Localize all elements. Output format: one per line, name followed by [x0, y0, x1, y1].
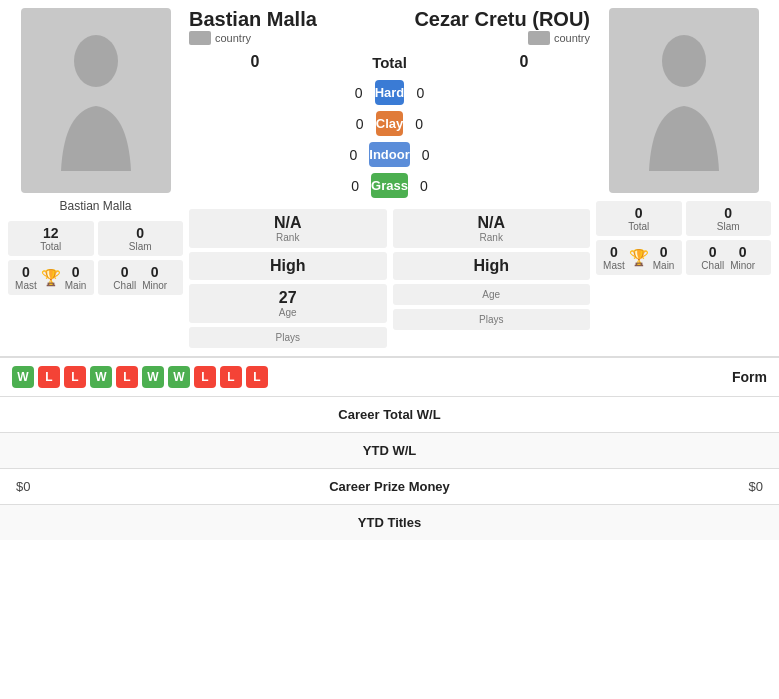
clay-right-val: 0: [407, 116, 431, 132]
right-mast-main-cell: 0 Mast 🏆 0 Main: [596, 240, 682, 275]
left-minor-label: Minor: [142, 280, 167, 291]
right-slam-val: 0: [692, 205, 766, 221]
career-prize-right: $0: [749, 479, 763, 494]
right-player-section: 0 Total 0 Slam 0 Mast 🏆 0 Main: [596, 8, 771, 275]
center-left-total: 0: [240, 53, 270, 71]
right-plays-label: Plays: [401, 314, 583, 325]
left-rank-val: N/A: [197, 214, 379, 232]
right-trophy-icon: 🏆: [629, 248, 649, 267]
left-mast-cell: 0 Mast 🏆 0 Main: [8, 260, 94, 295]
left-stats-grid: 12 Total 0 Slam 0 Mast 🏆 0 Main: [8, 221, 183, 295]
hard-left-val: 0: [347, 85, 371, 101]
hard-right-val: 0: [408, 85, 432, 101]
svg-point-1: [662, 35, 706, 87]
left-chall-label: Chall: [113, 280, 136, 291]
left-main-val: 0: [65, 264, 87, 280]
right-chall-val: 0: [701, 244, 724, 260]
comparison-row: Bastian Malla 12 Total 0 Slam 0 Mast 🏆: [0, 0, 779, 356]
form-badge-0: W: [12, 366, 34, 388]
indoor-left-val: 0: [341, 147, 365, 163]
left-chall-cell: 0 Chall 0 Minor: [98, 260, 184, 295]
left-total-label: Total: [14, 241, 88, 252]
ytd-wl-row: YTD W/L: [0, 432, 779, 468]
left-player-section: Bastian Malla 12 Total 0 Slam 0 Mast 🏆: [8, 8, 183, 295]
grass-right-val: 0: [412, 178, 436, 194]
grass-row: 0 Grass 0: [343, 173, 436, 198]
right-stats-grid: 0 Total 0 Slam 0 Mast 🏆 0 Main: [596, 201, 771, 275]
right-age-panel: Age: [393, 284, 591, 305]
form-section: WLLWLWWLLL Form: [0, 356, 779, 396]
right-total-val: 0: [602, 205, 676, 221]
left-player-name: Bastian Malla: [59, 199, 131, 213]
career-prize-left: $0: [16, 479, 30, 494]
right-total-label: Total: [602, 221, 676, 232]
ytd-wl-label: YTD W/L: [363, 443, 416, 458]
grass-left-val: 0: [343, 178, 367, 194]
form-label: Form: [732, 369, 767, 385]
career-prize-label: Career Prize Money: [329, 479, 450, 494]
right-player-photo: [609, 8, 759, 193]
career-prize-row: $0 Career Prize Money $0: [0, 468, 779, 504]
right-chall-minor-cell: 0 Chall 0 Minor: [686, 240, 772, 275]
left-slam-cell: 0 Slam: [98, 221, 184, 256]
form-badge-6: W: [168, 366, 190, 388]
left-trophy-icon: 🏆: [41, 268, 61, 287]
left-high-val: High: [197, 257, 379, 275]
ytd-titles-label: YTD Titles: [358, 515, 421, 530]
left-age-val: 27: [197, 289, 379, 307]
left-silhouette-icon: [46, 31, 146, 171]
right-silhouette-icon: [634, 31, 734, 171]
left-plays-panel: Plays: [189, 327, 387, 348]
form-badge-9: L: [246, 366, 268, 388]
right-high-panel: High: [393, 252, 591, 280]
form-badges-container: WLLWLWWLLL: [12, 366, 268, 388]
left-mast-val: 0: [15, 264, 37, 280]
right-rank-val: N/A: [401, 214, 583, 232]
form-badge-8: L: [220, 366, 242, 388]
hard-surface-btn[interactable]: Hard: [375, 80, 405, 105]
left-slam-label: Slam: [104, 241, 178, 252]
left-age-label: Age: [197, 307, 379, 318]
left-high-panel: High: [189, 252, 387, 280]
left-country-flag-icon: [189, 31, 211, 45]
form-badge-5: W: [142, 366, 164, 388]
right-rank-panel: N/A Rank: [393, 209, 591, 248]
career-total-label: Career Total W/L: [338, 407, 440, 422]
left-mast-label: Mast: [15, 280, 37, 291]
grass-surface-btn[interactable]: Grass: [371, 173, 408, 198]
form-badge-1: L: [38, 366, 60, 388]
indoor-right-val: 0: [414, 147, 438, 163]
left-plays-label: Plays: [197, 332, 379, 343]
right-country-label: country: [554, 32, 590, 44]
right-minor-label: Minor: [730, 260, 755, 271]
svg-point-0: [74, 35, 118, 87]
right-rank-label: Rank: [401, 232, 583, 243]
clay-surface-btn[interactable]: Clay: [376, 111, 403, 136]
left-player-heading: Bastian Malla: [189, 8, 390, 31]
center-section: Bastian Malla country Cezar Cretu (ROU) …: [189, 8, 590, 348]
indoor-row: 0 Indoor 0: [341, 142, 437, 167]
ytd-titles-row: YTD Titles: [0, 504, 779, 540]
left-rank-label: Rank: [197, 232, 379, 243]
right-mast-val: 0: [603, 244, 625, 260]
indoor-surface-btn[interactable]: Indoor: [369, 142, 409, 167]
form-badge-4: L: [116, 366, 138, 388]
right-age-label: Age: [401, 289, 583, 300]
right-minor-val: 0: [730, 244, 755, 260]
right-chall-label: Chall: [701, 260, 724, 271]
left-player-photo: [21, 8, 171, 193]
form-badge-2: L: [64, 366, 86, 388]
left-main-label: Main: [65, 280, 87, 291]
career-total-row: Career Total W/L: [0, 396, 779, 432]
hard-row: 0 Hard 0: [347, 80, 433, 105]
clay-left-val: 0: [348, 116, 372, 132]
right-mast-label: Mast: [603, 260, 625, 271]
right-plays-panel: Plays: [393, 309, 591, 330]
clay-row: 0 Clay 0: [348, 111, 431, 136]
total-header-row: 0 Total 0: [189, 49, 590, 71]
right-main-label: Main: [653, 260, 675, 271]
left-country-label: country: [215, 32, 251, 44]
center-right-total: 0: [509, 53, 539, 71]
left-rank-panel: N/A Rank: [189, 209, 387, 248]
form-badge-7: L: [194, 366, 216, 388]
